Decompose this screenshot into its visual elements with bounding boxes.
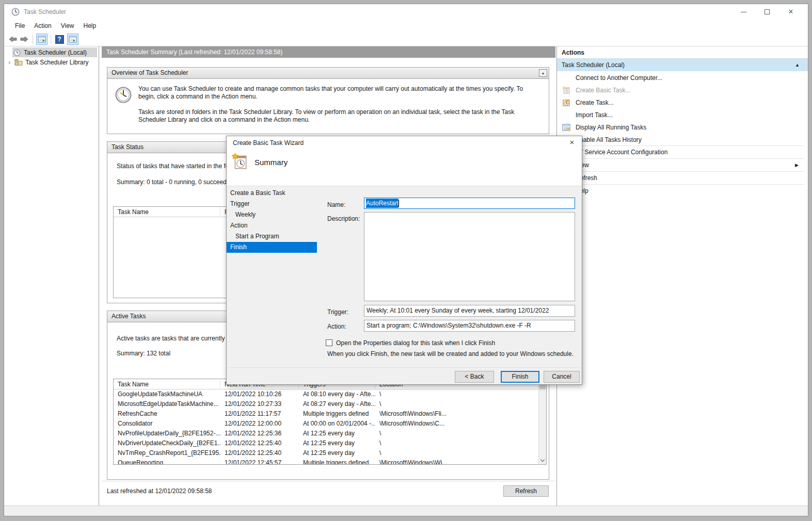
table-row[interactable]: NvDriverUpdateCheckDaily_{B2FE1... 12/01… xyxy=(114,438,546,448)
action-label: Create Task... xyxy=(576,96,614,109)
show-console-tree-button[interactable] xyxy=(36,34,47,45)
finish-note: When you click Finish, the new task will… xyxy=(327,350,574,357)
refresh-button[interactable]: Refresh xyxy=(503,485,549,497)
back-button[interactable]: < Back xyxy=(455,371,494,383)
action-label: Import Task... xyxy=(576,109,613,121)
cell-next-run: 12/01/2022 10:10:26 xyxy=(220,389,299,399)
toolbar-separator xyxy=(51,35,51,44)
cell-triggers: Multiple triggers defined xyxy=(299,409,375,419)
table-row[interactable]: MicrosoftEdgeUpdateTaskMachine... 12/01/… xyxy=(114,399,546,409)
forward-button[interactable] xyxy=(20,34,29,45)
action-refresh[interactable]: Refresh xyxy=(557,172,808,184)
action-value-field[interactable]: Start a program; C:\Windows\System32\shu… xyxy=(364,320,575,332)
name-input[interactable]: AutoRestart xyxy=(364,198,575,209)
menu-action[interactable]: Action xyxy=(29,21,56,31)
action-help[interactable]: Help xyxy=(557,185,808,197)
trigger-label: Trigger: xyxy=(327,308,348,316)
cell-location: \ xyxy=(375,448,539,458)
chevron-down-icon xyxy=(540,458,545,462)
minimize-icon xyxy=(741,12,746,12)
action-create-basic-task[interactable]: Create Basic Task... xyxy=(557,84,808,96)
submenu-arrow-icon: ▶ xyxy=(795,159,799,171)
overview-panel: Overview of Task Scheduler ▲ You can use… xyxy=(107,67,549,134)
action-display-all-running-tasks[interactable]: Display All Running Tasks xyxy=(557,121,808,134)
table-row[interactable]: NvProfileUpdaterDaily_{B2FE1952-... 12/0… xyxy=(114,429,546,438)
column-header-task-name[interactable]: Task Name xyxy=(114,379,220,389)
scroll-down-button[interactable] xyxy=(539,457,546,464)
action-at-service-account-configuration[interactable]: AT Service Account Configuration xyxy=(557,146,808,158)
cell-next-run: 12/01/2022 11:17:57 xyxy=(220,409,299,419)
menu-help[interactable]: Help xyxy=(79,21,101,31)
action-connect-to-another-computer[interactable]: Connect to Another Computer... xyxy=(557,72,808,84)
collapse-arrow-icon[interactable]: ▲ xyxy=(795,59,800,71)
column-header-task-name[interactable]: Task Name xyxy=(114,207,220,217)
action-create-task[interactable]: Create Task... xyxy=(557,96,808,109)
cell-task-name: QueueReporting xyxy=(114,458,220,465)
step-weekly[interactable]: Weekly xyxy=(227,209,317,220)
cell-triggers: At 12:25 every day xyxy=(299,429,375,438)
console-tree: Task Scheduler (Local) › Task Scheduler … xyxy=(4,46,99,506)
help-button[interactable]: ? xyxy=(54,34,65,45)
step-action[interactable]: Action xyxy=(227,220,317,231)
step-start-a-program[interactable]: Start a Program xyxy=(227,231,317,242)
table-row[interactable]: GoogleUpdateTaskMachineUA 12/01/2022 10:… xyxy=(114,389,546,399)
clock-app-icon xyxy=(11,8,20,16)
cancel-button[interactable]: Cancel xyxy=(544,371,580,383)
step-finish[interactable]: Finish xyxy=(227,242,317,253)
active-tasks-summary: Summary: 132 total xyxy=(117,350,170,357)
action-label: Enable All Tasks History xyxy=(576,134,642,146)
menu-bar: File Action View Help xyxy=(4,20,808,32)
action-pane-icon xyxy=(69,35,77,43)
cell-triggers: At 12:25 every day xyxy=(299,438,375,448)
collapse-button[interactable]: ▲ xyxy=(539,69,547,77)
action-enable-all-tasks-history[interactable]: Enable All Tasks History xyxy=(557,134,808,146)
cell-triggers: At 12:25 every day xyxy=(299,448,375,458)
create-basic-task-icon xyxy=(562,86,570,94)
wizard-step-heading: Summary xyxy=(254,158,288,167)
footer-divider xyxy=(102,481,555,481)
description-textarea[interactable] xyxy=(364,212,575,301)
overview-paragraph-2: Tasks are stored in folders in the Task … xyxy=(138,108,541,124)
cell-location: \ xyxy=(375,438,539,448)
cell-task-name: NvProfileUpdaterDaily_{B2FE1952-... xyxy=(114,429,220,438)
create-task-icon xyxy=(562,99,570,107)
table-row[interactable]: QueueReporting 12/01/2022 12:45:57 Multi… xyxy=(114,458,546,465)
open-properties-checkbox-label[interactable]: Open the Properties dialog for this task… xyxy=(336,339,495,347)
table-row[interactable]: NvTmRep_CrashReport1_{B2FE195... 12/01/2… xyxy=(114,448,546,458)
tree-item-task-scheduler-library[interactable]: › Task Scheduler Library xyxy=(8,57,99,67)
cell-triggers: At 00:00 on 02/01/2004 -... xyxy=(299,419,375,429)
cell-next-run: 12/01/2022 12:25:40 xyxy=(220,448,299,458)
back-button[interactable] xyxy=(8,34,18,45)
action-view[interactable]: View ▶ xyxy=(557,159,808,171)
running-tasks-icon xyxy=(562,123,570,132)
cell-location: \ xyxy=(375,389,539,399)
table-row[interactable]: RefreshCache 12/01/2022 11:17:57 Multipl… xyxy=(114,409,546,419)
tree-item-task-scheduler-local[interactable]: Task Scheduler (Local) xyxy=(12,47,97,57)
overview-title: Overview of Task Scheduler xyxy=(112,69,188,76)
table-row[interactable]: Consolidator 12/01/2022 12:00:00 At 00:0… xyxy=(114,419,546,429)
action-label: Action: xyxy=(327,323,346,330)
maximize-button[interactable] xyxy=(755,4,779,20)
show-action-pane-button[interactable] xyxy=(67,34,78,45)
vertical-scrollbar[interactable] xyxy=(538,379,546,464)
step-trigger[interactable]: Trigger xyxy=(227,199,317,209)
minimize-button[interactable] xyxy=(731,4,755,20)
action-label: Display All Running Tasks xyxy=(576,121,646,134)
step-create-a-basic-task[interactable]: Create a Basic Task xyxy=(227,188,317,199)
cell-task-name: NvTmRep_CrashReport1_{B2FE195... xyxy=(114,448,220,458)
open-properties-checkbox[interactable] xyxy=(326,339,332,346)
maximize-icon xyxy=(765,9,770,14)
trigger-value-field[interactable]: Weekly; At 10:01 every Sunday of every w… xyxy=(364,305,575,317)
menu-view[interactable]: View xyxy=(56,21,79,31)
title-bar: Task Scheduler × xyxy=(4,4,808,20)
finish-button[interactable]: Finish xyxy=(501,371,539,383)
close-button[interactable]: × xyxy=(779,4,803,20)
expand-chevron-icon[interactable]: › xyxy=(8,58,10,66)
actions-group-header[interactable]: Task Scheduler (Local) ▲ xyxy=(557,59,808,71)
dialog-title-bar: Create Basic Task Wizard × xyxy=(227,136,582,150)
cell-task-name: Consolidator xyxy=(114,419,220,429)
dialog-close-button[interactable]: × xyxy=(562,136,582,150)
cell-triggers: Multiple triggers defined xyxy=(299,458,375,465)
action-import-task[interactable]: Import Task... xyxy=(557,109,808,121)
menu-file[interactable]: File xyxy=(10,21,29,31)
